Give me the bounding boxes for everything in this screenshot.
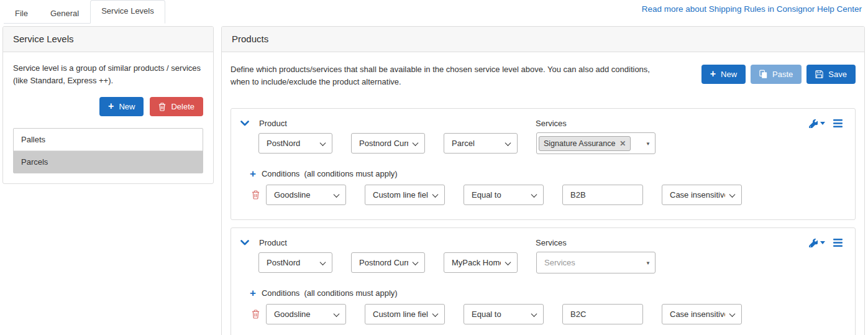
paste-button-label: Paste — [772, 70, 793, 79]
products-panel-title: Products — [222, 27, 864, 52]
carrier-select[interactable]: PostNord — [258, 133, 332, 154]
product-select-value: MyPack Home — [452, 258, 501, 267]
remove-tag-icon[interactable]: ✕ — [619, 139, 626, 148]
services-label: Services — [536, 119, 567, 128]
service-level-delete-button[interactable]: Delete — [150, 97, 203, 116]
carrier-select-value: PostNord — [267, 258, 300, 267]
trash-icon — [252, 310, 260, 319]
service-level-list: Pallets Parcels — [13, 128, 203, 173]
product-card: Product Services — [231, 108, 856, 220]
service-level-item-pallets[interactable]: Pallets — [14, 129, 203, 151]
product-select[interactable]: Parcel — [444, 133, 518, 154]
services-multiselect[interactable]: Signature Assurance ✕ — [536, 132, 656, 154]
product-label: Product — [259, 119, 536, 128]
conditions-label: Conditions — [262, 288, 299, 298]
subcarrier-select[interactable]: Postnord Curre — [351, 252, 425, 273]
tab-general[interactable]: General — [39, 2, 90, 24]
condition-subfield-select[interactable]: Custom line field — [365, 304, 445, 324]
service-levels-panel: Service Levels Service level is a group … — [2, 26, 214, 184]
products-panel: Products Define which products/services … — [221, 26, 865, 335]
product-select-value: Parcel — [452, 139, 475, 148]
conditions-note: (all conditions must apply) — [304, 288, 397, 298]
chevron-down-icon[interactable] — [240, 121, 249, 126]
carrier-select-value: PostNord — [267, 139, 300, 148]
condition-case-value: Case insensitive — [670, 310, 725, 319]
subcarrier-select-value: Postnord Curre — [359, 258, 408, 267]
subcarrier-select-value: Postnord Curre — [359, 139, 408, 148]
product-paste-button[interactable]: Paste — [751, 65, 802, 84]
condition-subfield-select[interactable]: Custom line field — [365, 185, 445, 205]
caret-down-icon — [820, 122, 825, 125]
condition-case-value: Case insensitive — [670, 190, 725, 200]
caret-down-icon — [820, 241, 825, 244]
condition-field-select[interactable]: Goodsline — [266, 304, 346, 324]
service-tag-label: Signature Assurance — [544, 139, 615, 148]
settings-wrench-dropdown[interactable] — [809, 119, 825, 128]
service-levels-panel-title: Service Levels — [3, 27, 213, 52]
trash-icon — [158, 103, 166, 111]
add-condition-icon[interactable]: + — [250, 168, 256, 179]
product-select[interactable]: MyPack Home — [444, 252, 518, 273]
add-condition-icon[interactable]: + — [250, 288, 256, 298]
services-multiselect[interactable]: Services — [536, 252, 656, 273]
settings-wrench-dropdown[interactable] — [809, 239, 825, 247]
product-label: Product — [259, 238, 536, 247]
product-save-button[interactable]: Save — [806, 65, 856, 84]
conditions-label: Conditions — [262, 169, 299, 178]
new-button-label: New — [119, 102, 135, 111]
product-new-button[interactable]: + New — [701, 65, 746, 84]
paste-icon — [759, 70, 767, 79]
condition-case-select[interactable]: Case insensitive — [662, 185, 742, 205]
main-content: Service Levels Service level is a group … — [0, 25, 868, 335]
condition-value-input[interactable] — [562, 185, 643, 205]
menu-icon[interactable] — [833, 119, 843, 127]
delete-condition-button[interactable] — [252, 310, 260, 319]
condition-subfield-value: Custom line field — [373, 190, 428, 200]
tab-service-levels[interactable]: Service Levels — [90, 0, 165, 24]
plus-icon: + — [108, 101, 114, 111]
delete-condition-button[interactable] — [252, 190, 260, 200]
new-button-label: New — [721, 70, 737, 79]
condition-field-select[interactable]: Goodsline — [266, 185, 346, 205]
save-icon — [815, 70, 823, 78]
wrench-icon — [809, 239, 818, 247]
carrier-select[interactable]: PostNord — [258, 252, 332, 273]
menu-icon[interactable] — [833, 239, 843, 247]
condition-operator-select[interactable]: Equal to — [464, 185, 544, 205]
wrench-icon — [809, 119, 818, 128]
service-level-new-button[interactable]: + New — [99, 97, 144, 116]
services-label: Services — [536, 238, 567, 247]
services-placeholder: Services — [539, 258, 575, 267]
condition-subfield-value: Custom line field — [373, 310, 428, 319]
plus-icon: + — [710, 69, 716, 79]
service-tag: Signature Assurance ✕ — [539, 136, 631, 151]
products-description: Define which products/services that shal… — [231, 63, 659, 88]
condition-operator-select[interactable]: Equal to — [464, 304, 544, 324]
save-button-label: Save — [828, 70, 847, 79]
trash-icon — [252, 190, 260, 200]
tab-bar: File General Service Levels — [4, 0, 165, 24]
top-bar: File General Service Levels Read more ab… — [0, 0, 868, 25]
condition-value-input[interactable] — [562, 304, 643, 324]
chevron-down-icon[interactable] — [240, 240, 249, 246]
tab-file[interactable]: File — [4, 2, 39, 24]
subcarrier-select[interactable]: Postnord Curre — [351, 133, 425, 154]
product-card: Product Services — [231, 227, 856, 335]
condition-operator-value: Equal to — [472, 190, 501, 200]
condition-field-value: Goodsline — [274, 310, 311, 319]
service-levels-description: Service level is a group of similar prod… — [13, 62, 203, 87]
condition-operator-value: Equal to — [472, 310, 501, 319]
condition-case-select[interactable]: Case insensitive — [662, 304, 742, 324]
condition-field-value: Goodsline — [274, 190, 311, 200]
delete-button-label: Delete — [171, 102, 194, 111]
conditions-note: (all conditions must apply) — [304, 169, 397, 178]
service-level-item-parcels[interactable]: Parcels — [14, 151, 203, 173]
help-center-link[interactable]: Read more about Shipping Rules in Consig… — [642, 4, 862, 14]
